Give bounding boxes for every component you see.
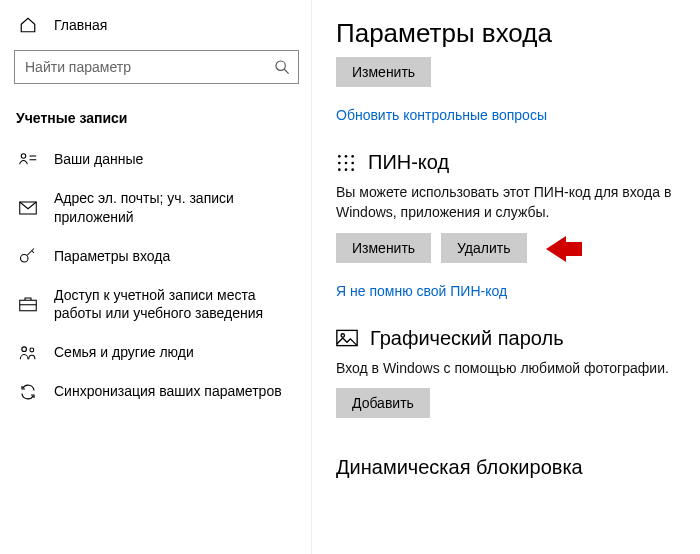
search-input[interactable] [25, 59, 274, 75]
home-link[interactable]: Главная [8, 8, 311, 42]
svg-point-17 [338, 168, 341, 171]
svg-point-19 [351, 168, 354, 171]
svg-point-12 [345, 155, 348, 158]
pin-section: ПИН-код Вы можете использовать этот ПИН-… [336, 133, 684, 309]
sidebar-item-family[interactable]: Семья и другие люди [8, 333, 311, 372]
update-questions-link[interactable]: Обновить контрольные вопросы [336, 93, 547, 133]
person-badge-icon [18, 152, 38, 166]
key-icon [18, 247, 38, 265]
picture-desc: Вход в Windows с помощью любимой фотогра… [336, 358, 684, 388]
sidebar-category: Учетные записи [8, 100, 311, 140]
svg-line-1 [284, 69, 289, 74]
svg-point-6 [21, 255, 29, 263]
sidebar-item-label: Параметры входа [54, 247, 301, 266]
picture-password-section: Графический пароль Вход в Windows с помо… [336, 309, 684, 424]
search-box[interactable] [14, 50, 299, 84]
svg-point-16 [351, 161, 354, 164]
svg-point-2 [21, 154, 26, 159]
svg-point-9 [22, 347, 27, 352]
svg-point-18 [345, 168, 348, 171]
sidebar-item-sign-in-options[interactable]: Параметры входа [8, 237, 311, 276]
pin-remove-button[interactable]: Удалить [441, 233, 526, 263]
page-title: Параметры входа [336, 0, 684, 57]
svg-point-0 [276, 61, 285, 70]
sidebar-item-email[interactable]: Адрес эл. почты; уч. записи приложений [8, 179, 311, 237]
sidebar-item-label: Доступ к учетной записи места работы или… [54, 286, 301, 324]
keypad-icon [336, 153, 356, 173]
sidebar-item-label: Адрес эл. почты; уч. записи приложений [54, 189, 301, 227]
sidebar-item-sync[interactable]: Синхронизация ваших параметров [8, 372, 311, 411]
svg-point-15 [345, 161, 348, 164]
pin-change-button[interactable]: Изменить [336, 233, 431, 263]
forgot-pin-link[interactable]: Я не помню свой ПИН-код [336, 269, 507, 309]
svg-point-13 [351, 155, 354, 158]
svg-point-21 [341, 334, 344, 337]
pin-desc: Вы можете использовать этот ПИН-код для … [336, 182, 684, 233]
mail-icon [18, 201, 38, 215]
picture-title: Графический пароль [370, 327, 564, 350]
people-icon [18, 345, 38, 361]
picture-icon [336, 329, 358, 347]
home-label: Главная [54, 17, 107, 33]
svg-point-14 [338, 161, 341, 164]
home-icon [18, 16, 38, 34]
sidebar-item-work-access[interactable]: Доступ к учетной записи места работы или… [8, 276, 311, 334]
sidebar-item-label: Синхронизация ваших параметров [54, 382, 301, 401]
svg-point-10 [30, 348, 34, 352]
sync-icon [18, 383, 38, 401]
svg-rect-7 [20, 301, 37, 312]
pin-title: ПИН-код [368, 151, 449, 174]
briefcase-icon [18, 296, 38, 312]
dynamic-lock-title: Динамическая блокировка [336, 424, 684, 479]
svg-point-11 [338, 155, 341, 158]
sidebar-item-label: Семья и другие люди [54, 343, 301, 362]
change-button-top[interactable]: Изменить [336, 57, 431, 87]
search-icon [274, 59, 290, 75]
settings-sidebar: Главная Учетные записи Ваши данные Адрес… [0, 0, 312, 554]
arrow-annotation-icon [546, 238, 582, 260]
content-pane: Параметры входа Изменить Обновить контро… [312, 0, 700, 554]
sidebar-item-your-info[interactable]: Ваши данные [8, 140, 311, 179]
sidebar-item-label: Ваши данные [54, 150, 301, 169]
picture-add-button[interactable]: Добавить [336, 388, 430, 418]
